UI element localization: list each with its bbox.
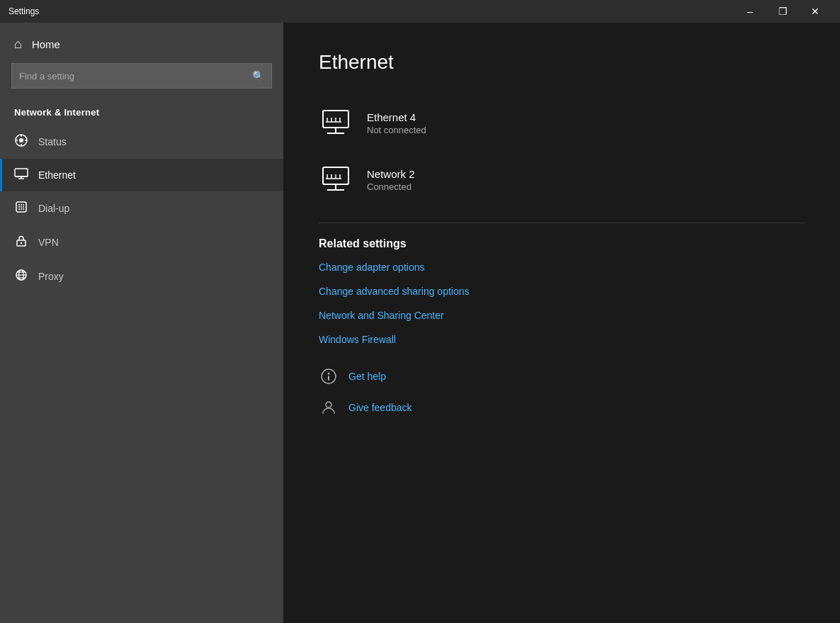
sidebar-item-label-dialup: Dial-up xyxy=(38,203,69,214)
title-bar: Settings – ❐ ✕ xyxy=(0,0,840,23)
svg-point-15 xyxy=(21,206,22,208)
svg-point-17 xyxy=(18,208,20,210)
sidebar: ⌂ Home 🔍 Network & Internet Status xyxy=(0,23,283,623)
svg-rect-45 xyxy=(328,376,329,381)
svg-point-14 xyxy=(18,206,20,208)
give-feedback-icon xyxy=(319,398,339,417)
proxy-icon xyxy=(14,269,28,284)
svg-point-19 xyxy=(23,208,24,210)
section-divider xyxy=(319,223,805,223)
page-title: Ethernet xyxy=(319,51,805,74)
sidebar-item-status[interactable]: Status xyxy=(0,125,283,159)
window-controls: – ❐ ✕ xyxy=(734,0,832,23)
maximize-button[interactable]: ❐ xyxy=(766,0,799,23)
app-title: Settings xyxy=(8,6,39,16)
network-info-ethernet4: Ethernet 4 Not connected xyxy=(367,111,426,135)
svg-point-18 xyxy=(21,208,22,210)
close-button[interactable]: ✕ xyxy=(799,0,832,23)
search-input[interactable] xyxy=(19,71,252,82)
search-icon[interactable]: 🔍 xyxy=(252,70,264,82)
link-windows-firewall[interactable]: Windows Firewall xyxy=(319,334,805,345)
app-body: ⌂ Home 🔍 Network & Internet Status xyxy=(0,23,840,623)
network-status-network2: Connected xyxy=(367,181,415,192)
vpn-icon xyxy=(14,235,28,250)
network-info-network2: Network 2 Connected xyxy=(367,168,415,192)
svg-point-1 xyxy=(19,138,23,142)
svg-point-16 xyxy=(23,206,24,208)
network-status-ethernet4: Not connected xyxy=(367,125,426,135)
related-settings-title: Related settings xyxy=(319,237,805,250)
help-item-get-help[interactable]: Get help xyxy=(319,366,805,386)
ethernet-sidebar-icon xyxy=(14,168,28,182)
ethernet4-icon xyxy=(320,108,351,139)
sidebar-item-vpn[interactable]: VPN xyxy=(0,225,283,259)
related-settings-section: Related settings Change adapter options … xyxy=(319,237,805,345)
network2-icon-box xyxy=(319,163,353,197)
network-card-ethernet4[interactable]: Ethernet 4 Not connected xyxy=(319,95,805,152)
sidebar-item-label-ethernet: Ethernet xyxy=(38,169,76,181)
help-section: Get help Give feedback xyxy=(319,366,805,417)
sidebar-item-dialup[interactable]: Dial-up xyxy=(0,191,283,225)
search-box[interactable]: 🔍 xyxy=(11,63,272,89)
network-card-network2[interactable]: Network 2 Connected xyxy=(319,152,805,208)
home-label: Home xyxy=(32,38,60,50)
get-help-link[interactable]: Get help xyxy=(348,371,386,382)
ethernet4-icon-box xyxy=(319,106,353,140)
link-change-advanced-sharing[interactable]: Change advanced sharing options xyxy=(319,286,805,297)
sidebar-item-proxy[interactable]: Proxy xyxy=(0,259,283,293)
link-network-sharing-center[interactable]: Network and Sharing Center xyxy=(319,310,805,321)
get-help-icon xyxy=(319,366,339,386)
svg-rect-6 xyxy=(15,169,28,176)
svg-point-21 xyxy=(21,242,22,244)
sidebar-item-label-proxy: Proxy xyxy=(38,271,64,282)
sidebar-item-home[interactable]: ⌂ Home xyxy=(0,23,283,63)
svg-point-13 xyxy=(23,204,24,206)
svg-point-44 xyxy=(328,373,330,375)
svg-point-46 xyxy=(326,402,331,408)
status-icon xyxy=(14,134,28,150)
sidebar-item-ethernet[interactable]: Ethernet xyxy=(0,159,283,191)
network-name-network2: Network 2 xyxy=(367,168,415,180)
link-change-adapter-options[interactable]: Change adapter options xyxy=(319,262,805,273)
sidebar-item-label-status: Status xyxy=(38,136,67,147)
home-icon: ⌂ xyxy=(14,37,22,52)
dialup-icon xyxy=(14,201,28,216)
sidebar-item-label-vpn: VPN xyxy=(38,237,59,248)
give-feedback-link[interactable]: Give feedback xyxy=(348,402,412,413)
help-item-give-feedback[interactable]: Give feedback xyxy=(319,398,805,417)
network2-icon xyxy=(320,164,351,196)
main-content: Ethernet Ethernet 4 Not connected xyxy=(283,23,840,623)
minimize-button[interactable]: – xyxy=(734,0,766,23)
sidebar-category-label: Network & Internet xyxy=(0,100,283,125)
svg-point-12 xyxy=(21,204,22,206)
network-name-ethernet4: Ethernet 4 xyxy=(367,111,426,123)
svg-point-11 xyxy=(18,204,20,206)
